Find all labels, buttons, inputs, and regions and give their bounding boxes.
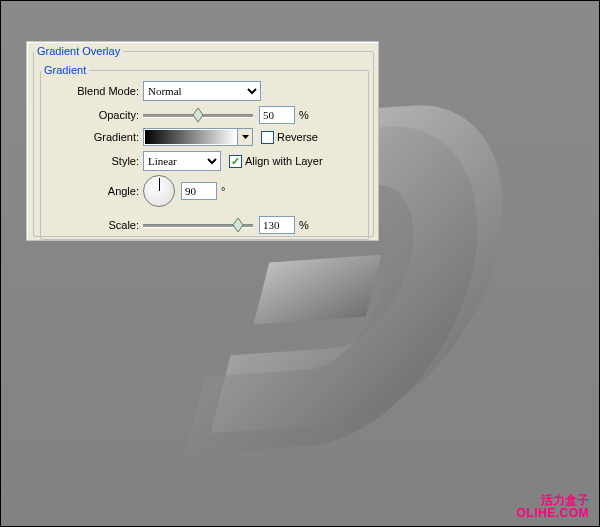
angle-label: Angle: (41, 185, 143, 197)
style-select[interactable]: Linear (143, 151, 221, 171)
reverse-checkbox-label: Reverse (277, 131, 318, 143)
gradient-dropdown-button[interactable] (237, 129, 252, 145)
watermark-cn: 活力盒子 (517, 494, 590, 507)
reverse-checkbox-box (261, 131, 274, 144)
blend-mode-select[interactable]: Normal (143, 81, 261, 101)
svg-rect-0 (254, 255, 382, 325)
watermark-en: OLIHE.COM (517, 507, 590, 520)
align-checkbox[interactable]: ✓ Align with Layer (229, 155, 323, 168)
scale-slider[interactable] (143, 218, 253, 232)
gradient-preview (144, 129, 237, 145)
reverse-checkbox[interactable]: Reverse (261, 131, 318, 144)
opacity-suffix: % (299, 109, 309, 121)
outer-group-legend: Gradient Overlay (34, 45, 123, 57)
svg-marker-1 (193, 108, 203, 122)
gradient-label: Gradient: (41, 131, 143, 143)
angle-dial-hand (159, 178, 160, 191)
scale-input[interactable] (259, 216, 295, 234)
gradient-group: Gradient Blend Mode: Normal Opacity: (40, 64, 369, 240)
blend-mode-label: Blend Mode: (41, 85, 143, 97)
angle-dial[interactable] (143, 175, 175, 207)
chevron-down-icon (242, 135, 249, 139)
align-checkbox-box: ✓ (229, 155, 242, 168)
scale-suffix: % (299, 219, 309, 231)
opacity-slider[interactable] (143, 108, 253, 122)
opacity-input[interactable] (259, 106, 295, 124)
gradient-group-legend: Gradient (41, 64, 89, 76)
watermark: 活力盒子 OLIHE.COM (517, 494, 590, 520)
outer-group: Gradient Overlay Gradient Blend Mode: No… (33, 45, 374, 237)
gradient-overlay-panel: Gradient Overlay Gradient Blend Mode: No… (26, 41, 379, 241)
gradient-picker[interactable] (143, 128, 253, 146)
opacity-label: Opacity: (41, 109, 143, 121)
angle-suffix: ° (221, 185, 225, 197)
style-label: Style: (41, 155, 143, 167)
scale-label: Scale: (41, 219, 143, 231)
angle-input[interactable] (181, 182, 217, 200)
svg-marker-2 (242, 135, 249, 139)
app-canvas: Gradient Overlay Gradient Blend Mode: No… (0, 0, 600, 527)
svg-marker-3 (233, 218, 243, 232)
align-checkbox-label: Align with Layer (245, 155, 323, 167)
